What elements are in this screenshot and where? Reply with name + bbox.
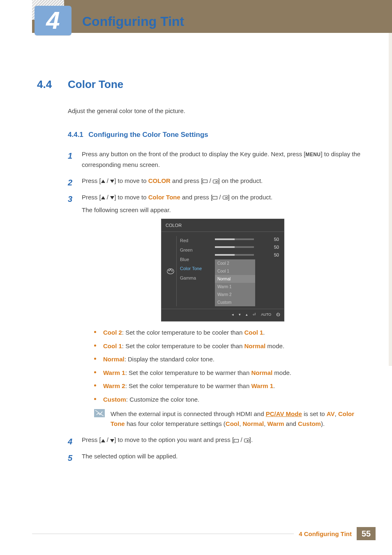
svg-point-1 <box>168 270 169 271</box>
osd-down-icon: ▾ <box>239 312 241 318</box>
osd-screenshot: COLOR Red Green Blue Color Tone Gamma 50 <box>161 219 284 322</box>
section-header: 4.4 Color Tone <box>37 78 364 91</box>
link-pcav-mode[interactable]: PC/AV Mode <box>266 410 302 417</box>
osd-menu-gamma: Gamma <box>180 273 209 283</box>
note-icon <box>94 409 105 429</box>
osd-option-normal: Normal <box>215 275 255 283</box>
footer-rule <box>32 534 294 534</box>
chapter-number: 4 <box>46 8 60 33</box>
osd-option-cool2: Cool 2 <box>215 259 255 267</box>
osd-option-warm2: Warm 2 <box>215 291 255 298</box>
step-text: ]. <box>249 436 253 443</box>
step-text: ] to move to <box>114 177 148 184</box>
step-text: ] on the product. <box>218 177 263 184</box>
enter-icon <box>244 439 249 442</box>
step-text: ] to move to <box>114 194 148 201</box>
osd-bottom-icons: ◂ ▾ ▴ ⏎ AUTO ⏻ <box>161 309 284 321</box>
section-intro-text: Adjust the general color tone of the pic… <box>68 107 364 114</box>
step-text: Press any button on the front of the pro… <box>82 150 305 157</box>
osd-title: COLOR <box>161 219 284 232</box>
up-arrow-icon <box>101 439 105 442</box>
step-text: Press [ <box>82 194 101 201</box>
osd-option-cool1: Cool 1 <box>215 267 255 275</box>
chapter-number-box: 4 <box>35 6 71 35</box>
desc-cool1: Cool 1: Set the color temperature to be … <box>94 342 364 351</box>
subsection-title: Configuring the Color Tone Settings <box>88 131 208 139</box>
osd-value-blue: 50 <box>269 251 279 259</box>
page-footer: 4 Configuring Tint 55 <box>32 527 376 540</box>
osd-auto-label: AUTO <box>261 312 271 318</box>
osd-palette-icon <box>165 236 176 306</box>
step-list: 1 Press any button on the front of the p… <box>68 149 364 461</box>
svg-point-3 <box>172 271 173 271</box>
osd-up-icon: ▴ <box>246 312 248 318</box>
desc-normal: Normal: Display the standard color tone. <box>94 355 364 364</box>
enter-icon <box>223 196 228 199</box>
desc-warm2: Warm 2: Set the color temperature to be … <box>94 382 364 391</box>
step-text: Press [ <box>82 436 101 443</box>
down-arrow-icon <box>110 196 114 199</box>
keyword-color: COLOR <box>148 177 171 184</box>
keyword-color-tone: Color Tone <box>148 194 180 201</box>
step-text: The selected option will be applied. <box>82 453 178 460</box>
up-arrow-icon <box>101 196 105 199</box>
osd-value-red: 50 <box>269 236 279 243</box>
osd-option-warm1: Warm 1 <box>215 283 255 291</box>
subsection-header: 4.4.1 Configuring the Color Tone Setting… <box>68 131 364 139</box>
subsection-number: 4.4.1 <box>68 131 83 139</box>
down-arrow-icon <box>110 180 114 183</box>
osd-menu-colortone: Color Tone <box>180 264 209 273</box>
enter-icon <box>213 180 218 183</box>
osd-value-green: 50 <box>269 243 279 251</box>
section-number: 4.4 <box>37 78 68 91</box>
chapter-title: Configuring Tint <box>82 14 184 29</box>
osd-enter-icon: ⏎ <box>253 312 256 318</box>
section-title: Color Tone <box>68 78 123 91</box>
step-3-followup: The following screen will appear. <box>82 205 364 215</box>
source-icon <box>212 196 217 199</box>
note-text: When the external input is connected thr… <box>111 409 364 429</box>
up-arrow-icon <box>101 180 105 183</box>
osd-option-custom: Custom <box>215 298 255 306</box>
step-3: 3 Press [ / ] to move to Color Tone and … <box>68 192 364 429</box>
step-5: 5 The selected option will be applied. <box>68 451 364 462</box>
desc-warm1: Warm 1: Set the color temperature to be … <box>94 368 364 378</box>
desc-custom: Custom: Customize the color tone. <box>94 395 364 405</box>
step-text: and press [ <box>180 194 212 201</box>
footer-chapter-label: 4 Configuring Tint <box>299 530 352 537</box>
osd-menu-blue: Blue <box>180 255 209 264</box>
osd-menu-green: Green <box>180 245 209 255</box>
osd-power-icon: ⏻ <box>276 312 280 318</box>
menu-key-label: MENU <box>305 152 321 157</box>
source-icon <box>203 180 208 183</box>
source-icon <box>234 439 239 442</box>
step-4: 4 Press [ / ] to move to the option you … <box>68 435 364 445</box>
page-number: 55 <box>357 527 376 540</box>
step-1: 1 Press any button on the front of the p… <box>68 149 364 170</box>
svg-point-2 <box>170 269 171 270</box>
osd-menu-red: Red <box>180 236 209 245</box>
step-text: Press [ <box>82 177 101 184</box>
note-block: When the external input is connected thr… <box>94 409 364 429</box>
desc-cool2: Cool 2: Set the color temperature to be … <box>94 328 364 338</box>
step-text: and press [ <box>171 177 203 184</box>
step-2: 2 Press [ / ] to move to COLOR and press… <box>68 176 364 186</box>
step-text: ] on the product. <box>228 194 272 201</box>
down-arrow-icon <box>110 439 114 442</box>
option-descriptions: Cool 2: Set the color temperature to be … <box>94 328 364 404</box>
step-text: ] to move to the option you want and pre… <box>114 436 234 443</box>
osd-menu-list: Red Green Blue Color Tone Gamma <box>176 236 209 306</box>
osd-back-icon: ◂ <box>232 312 234 318</box>
osd-dropdown: Cool 2 Cool 1 Normal Warm 1 Warm 2 Custo… <box>215 259 255 306</box>
side-tab-strip <box>389 33 392 366</box>
